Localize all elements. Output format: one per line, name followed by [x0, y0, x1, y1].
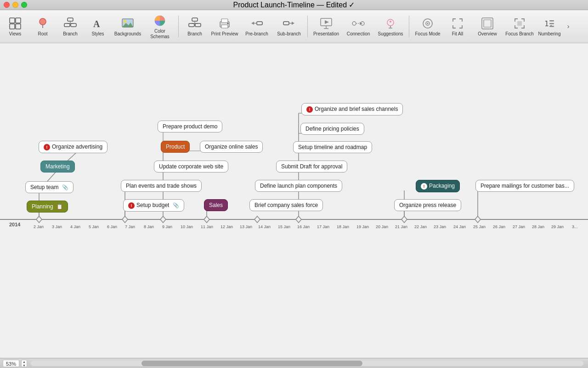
- node-prepare-demo[interactable]: Prepare product demo: [158, 121, 222, 132]
- node-marketing[interactable]: Marketing: [40, 161, 75, 172]
- toolbar-sep-2: [307, 16, 308, 37]
- node-submit-draft[interactable]: Submit Draft for approval: [276, 161, 347, 172]
- tick-3jan: 3 Jan: [52, 224, 62, 229]
- presentation-label: Presentation: [313, 31, 339, 37]
- minimize-button[interactable]: [12, 2, 18, 8]
- node-setup-budget[interactable]: !Setup budget 📎: [123, 199, 184, 212]
- svg-text:A: A: [93, 19, 100, 29]
- toolbar-root-button[interactable]: Root: [29, 12, 56, 40]
- tick-16jan: 16 Jan: [297, 224, 310, 229]
- toolbar-fit-all-button[interactable]: Fit All: [444, 12, 471, 40]
- presentation-icon: [320, 17, 333, 30]
- svg-rect-20: [195, 23, 201, 27]
- node-setup-timeline[interactable]: Setup timeline and roadmap: [293, 141, 372, 153]
- tick-22jan: 22 Jan: [414, 224, 427, 229]
- toolbar-overview-button[interactable]: Overview: [472, 12, 503, 40]
- toolbar-branch-button[interactable]: Branch: [57, 12, 84, 40]
- node-define-pricing[interactable]: Define pricing policies: [300, 123, 364, 135]
- svg-rect-51: [549, 23, 554, 24]
- maximize-button[interactable]: [21, 2, 27, 8]
- svg-rect-1: [16, 18, 21, 23]
- svg-marker-77: [122, 216, 128, 223]
- svg-rect-23: [221, 25, 228, 28]
- close-button[interactable]: [4, 2, 10, 8]
- backgrounds-icon: [121, 17, 134, 30]
- color-schemas-label: Color Schemas: [145, 29, 175, 40]
- node-organize-brief-sales[interactable]: !Organize and brief sales channels: [301, 103, 403, 115]
- tick-29jan: 29 Jan: [551, 224, 564, 229]
- tick-10jan: 10 Jan: [181, 224, 193, 229]
- svg-marker-78: [160, 216, 166, 223]
- node-sales[interactable]: Sales: [204, 199, 228, 211]
- node-prepare-mailings[interactable]: Prepare mailings for customer bas...: [475, 180, 574, 192]
- svg-rect-28: [283, 22, 289, 25]
- svg-rect-16: [192, 18, 198, 21]
- svg-marker-82: [401, 216, 407, 223]
- node-packaging[interactable]: !Packaging: [416, 180, 460, 192]
- node-organize-advertising[interactable]: !Organize advertising: [39, 141, 107, 153]
- zoom-stepper[interactable]: ▲ ▼: [21, 360, 27, 367]
- scrollbar-thumb[interactable]: [141, 361, 362, 366]
- svg-marker-30: [292, 22, 294, 25]
- svg-marker-83: [475, 216, 481, 223]
- node-product[interactable]: Product: [161, 141, 190, 153]
- svg-point-35: [352, 22, 356, 25]
- root-label: Root: [38, 31, 47, 37]
- svg-rect-3: [16, 24, 21, 29]
- toolbar-views-button[interactable]: Views: [2, 12, 28, 40]
- toolbar-connection-button[interactable]: Connection: [343, 12, 374, 40]
- svg-point-45: [427, 23, 429, 24]
- tick-6jan: 6 Jan: [107, 224, 117, 229]
- tick-9jan: 9 Jan: [162, 224, 172, 229]
- suggestions-label: Suggestions: [378, 31, 403, 37]
- pre-branch-label: Pre-branch: [245, 31, 268, 37]
- tick-5jan: 5 Jan: [89, 224, 99, 229]
- toolbar-styles-button[interactable]: A Styles: [85, 12, 111, 40]
- toolbar: Views Root Branch A Styles Backg: [0, 10, 588, 43]
- node-planning[interactable]: Planning 📋: [27, 201, 68, 213]
- svg-marker-27: [251, 22, 254, 25]
- node-define-launch[interactable]: Define launch plan components: [255, 180, 342, 192]
- toolbar-pre-branch-button[interactable]: Pre-branch: [241, 12, 272, 40]
- svg-rect-47: [484, 20, 491, 27]
- toolbar-focus-mode-button[interactable]: Focus Mode: [412, 12, 443, 40]
- views-icon: [9, 17, 22, 30]
- tick-3xjan: 3...: [572, 224, 578, 229]
- sub-branch-label: Sub-branch: [277, 31, 301, 37]
- branch2-icon: [188, 17, 201, 30]
- fit-all-icon: [451, 17, 464, 30]
- horizontal-scrollbar[interactable]: [31, 361, 583, 366]
- toolbar-suggestions-button[interactable]: Suggestions: [375, 12, 406, 40]
- traffic-lights: [4, 2, 27, 8]
- svg-rect-52: [549, 26, 554, 27]
- tick-8jan: 8 Jan: [144, 224, 154, 229]
- toolbar-focus-branch-button[interactable]: Focus Branch: [504, 12, 535, 40]
- connection-icon: [352, 17, 365, 30]
- svg-point-13: [124, 20, 126, 23]
- node-organize-online-sales[interactable]: Organize online sales: [200, 141, 263, 153]
- toolbar-branch2-button[interactable]: Branch: [181, 12, 208, 40]
- toolbar-color-schemas-button[interactable]: Color Schemas: [144, 12, 175, 40]
- toolbar-numbering-button[interactable]: 1. Numbering: [536, 12, 563, 40]
- tick-27jan: 27 Jan: [513, 224, 525, 229]
- node-setup-team[interactable]: Setup team 📎: [25, 181, 74, 193]
- zoom-up[interactable]: ▲: [22, 360, 27, 364]
- toolbar-more-button[interactable]: ›: [564, 12, 573, 40]
- node-plan-events[interactable]: Plan events and trade shows: [121, 180, 202, 192]
- zoom-down[interactable]: ▼: [22, 364, 27, 367]
- bottombar: 53% ▲ ▼: [0, 358, 588, 368]
- print-preview-label: Print Preview: [211, 31, 238, 37]
- toolbar-print-preview-button[interactable]: Print Preview: [209, 12, 240, 40]
- print-icon: [218, 17, 231, 30]
- svg-rect-22: [221, 19, 228, 23]
- node-organize-press[interactable]: Organize press release: [394, 199, 461, 211]
- focus-branch-label: Focus Branch: [505, 31, 534, 37]
- numbering-icon: 1.: [543, 17, 556, 30]
- node-brief-sales-force[interactable]: Brief company sales force: [249, 199, 323, 211]
- toolbar-sub-branch-button[interactable]: Sub-branch: [273, 12, 305, 40]
- toolbar-backgrounds-button[interactable]: Backgrounds: [112, 12, 143, 40]
- svg-rect-19: [189, 23, 194, 27]
- styles-icon: A: [91, 17, 104, 30]
- toolbar-presentation-button[interactable]: Presentation: [311, 12, 342, 40]
- node-update-web[interactable]: Update corporate web site: [154, 161, 228, 172]
